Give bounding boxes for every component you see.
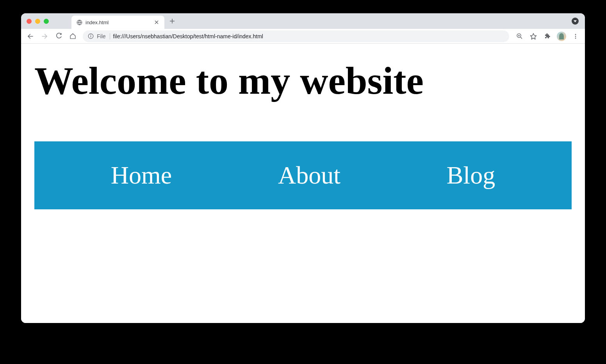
forward-button[interactable]: [38, 30, 51, 43]
nav-link-about[interactable]: About: [278, 161, 340, 190]
nav-link-home[interactable]: Home: [111, 161, 172, 190]
svg-point-16: [575, 36, 576, 37]
svg-point-17: [575, 37, 576, 39]
tab-bar-right: [572, 18, 582, 25]
close-tab-button[interactable]: [153, 19, 160, 25]
maximize-window-button[interactable]: [44, 19, 49, 24]
address-bar[interactable]: File file:///Users/nsebhastian/Desktop/t…: [83, 30, 509, 42]
info-icon[interactable]: [87, 33, 94, 39]
nav-bar: Home About Blog: [34, 141, 572, 209]
profile-avatar[interactable]: [557, 32, 566, 41]
bookmark-button[interactable]: [527, 30, 540, 43]
zoom-button[interactable]: [513, 30, 526, 43]
new-tab-button[interactable]: [167, 16, 178, 27]
minimize-window-button[interactable]: [35, 19, 40, 24]
nav-link-blog[interactable]: Blog: [447, 161, 495, 190]
globe-icon: [76, 19, 82, 25]
page-heading: Welcome to my website: [34, 59, 572, 102]
url-text: file:///Users/nsebhastian/Desktop/test/h…: [113, 33, 504, 39]
reload-button[interactable]: [52, 30, 65, 43]
browser-tab[interactable]: index.html: [71, 16, 164, 29]
browser-toolbar: File file:///Users/nsebhastian/Desktop/t…: [21, 29, 585, 44]
svg-point-9: [91, 35, 91, 35]
window-controls: [27, 19, 49, 24]
svg-line-11: [520, 37, 522, 39]
close-window-button[interactable]: [27, 19, 32, 24]
menu-button[interactable]: [569, 30, 582, 43]
svg-marker-14: [531, 33, 536, 39]
tab-bar: index.html: [21, 13, 585, 29]
avatar-image: [559, 33, 564, 39]
home-button[interactable]: [66, 30, 79, 43]
svg-point-15: [575, 34, 576, 35]
url-scheme: File: [97, 33, 110, 39]
browser-window: index.html: [21, 13, 585, 323]
back-button[interactable]: [24, 30, 37, 43]
page-content: Welcome to my website Home About Blog: [21, 44, 585, 323]
extensions-button[interactable]: [541, 30, 554, 43]
tabs-dropdown-button[interactable]: [572, 18, 579, 25]
tab-title: index.html: [86, 20, 150, 25]
